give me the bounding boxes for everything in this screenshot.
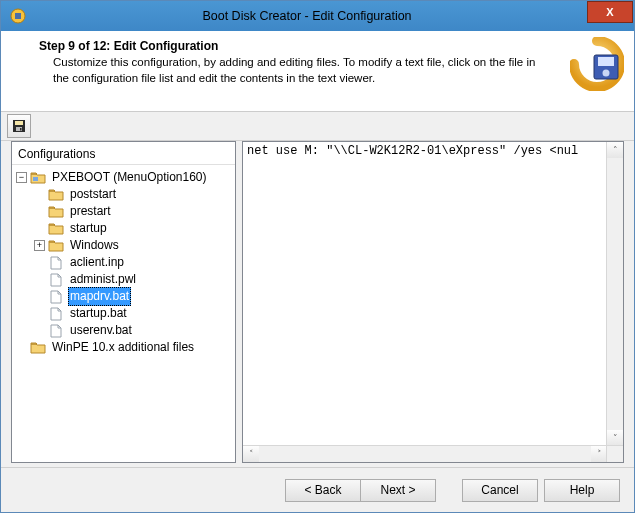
text-viewer[interactable]: net use M: "\\CL-W2K12R2-01\eXpress" /ye… (243, 142, 623, 462)
expand-icon[interactable]: + (34, 240, 45, 251)
horizontal-scrollbar[interactable]: ˂ ˃ (243, 445, 607, 462)
file-icon (48, 273, 64, 287)
tree-label: WinPE 10.x additional files (50, 339, 196, 356)
window-title: Boot Disk Creator - Edit Configuration (27, 9, 587, 23)
vertical-scrollbar[interactable]: ˄ ˅ (606, 142, 623, 446)
tree-label: poststart (68, 186, 118, 203)
tree-label: startup (68, 220, 109, 237)
file-icon (48, 290, 64, 304)
tree-label: administ.pwl (68, 271, 138, 288)
configurations-title: Configurations (12, 142, 235, 164)
scrollbar-corner (606, 445, 623, 462)
tree-label: Windows (68, 237, 121, 254)
folder-icon (48, 239, 64, 253)
wizard-footer: < Back Next > Cancel Help (1, 468, 634, 512)
folder-icon (48, 205, 64, 219)
file-icon (48, 256, 64, 270)
next-button[interactable]: Next > (360, 479, 436, 502)
toolbar (1, 112, 634, 141)
cancel-button[interactable]: Cancel (462, 479, 538, 502)
file-icon (48, 324, 64, 338)
svg-rect-3 (598, 57, 614, 66)
tree-label: PXEBOOT (MenuOption160) (50, 169, 209, 186)
tree-node-administ[interactable]: administ.pwl (14, 271, 233, 288)
tree-label-selected: mapdrv.bat (68, 287, 131, 306)
svg-rect-1 (15, 13, 21, 19)
scroll-down-icon[interactable]: ˅ (607, 430, 623, 446)
tree-node-userenv[interactable]: userenv.bat (14, 322, 233, 339)
text-viewer-panel: net use M: "\\CL-W2K12R2-01\eXpress" /ye… (242, 141, 624, 463)
tree-label: startup.bat (68, 305, 129, 322)
folder-icon (48, 188, 64, 202)
tree-label: userenv.bat (68, 322, 134, 339)
close-icon: X (606, 6, 613, 18)
window: Boot Disk Creator - Edit Configuration X… (0, 0, 635, 513)
tree-node-mapdrv[interactable]: mapdrv.bat (14, 288, 233, 305)
tree-node-winpe[interactable]: WinPE 10.x additional files (14, 339, 233, 356)
tree-node-windows[interactable]: + Windows (14, 237, 233, 254)
main-split: Configurations − PXEBOOT (MenuOption160)… (1, 141, 634, 467)
folder-icon (30, 341, 46, 355)
svg-rect-9 (33, 177, 38, 181)
configuration-tree[interactable]: − PXEBOOT (MenuOption160) poststart pres… (12, 165, 235, 462)
scroll-right-icon[interactable]: ˃ (591, 446, 607, 462)
scroll-up-icon[interactable]: ˄ (607, 142, 623, 158)
collapse-icon[interactable]: − (16, 172, 27, 183)
titlebar: Boot Disk Creator - Edit Configuration X (1, 1, 634, 31)
tree-node-startup-bat[interactable]: startup.bat (14, 305, 233, 322)
svg-point-4 (603, 70, 610, 77)
tree-label: prestart (68, 203, 113, 220)
tree-label: aclient.inp (68, 254, 126, 271)
tree-node-pxeboot[interactable]: − PXEBOOT (MenuOption160) (14, 169, 233, 186)
folder-icon (48, 222, 64, 236)
tree-node-prestart[interactable]: prestart (14, 203, 233, 220)
configurations-panel: Configurations − PXEBOOT (MenuOption160)… (11, 141, 236, 463)
wizard-header: Step 9 of 12: Edit Configuration Customi… (1, 31, 634, 112)
app-icon (9, 7, 27, 25)
save-icon (12, 119, 26, 133)
tree-node-aclient[interactable]: aclient.inp (14, 254, 233, 271)
text-content[interactable]: net use M: "\\CL-W2K12R2-01\eXpress" /ye… (243, 142, 607, 446)
step-title: Step 9 of 12: Edit Configuration (39, 39, 620, 53)
step-description: Customize this configuration, by adding … (53, 55, 550, 86)
save-button[interactable] (7, 114, 31, 138)
back-button[interactable]: < Back (285, 479, 361, 502)
close-button[interactable]: X (587, 1, 633, 23)
file-icon (48, 307, 64, 321)
tree-node-poststart[interactable]: poststart (14, 186, 233, 203)
scroll-left-icon[interactable]: ˂ (243, 446, 259, 462)
disk-logo-icon (570, 37, 624, 91)
tree-node-startup-folder[interactable]: startup (14, 220, 233, 237)
svg-rect-6 (15, 121, 23, 125)
svg-rect-8 (20, 128, 22, 131)
folder-open-icon (30, 171, 46, 185)
help-button[interactable]: Help (544, 479, 620, 502)
